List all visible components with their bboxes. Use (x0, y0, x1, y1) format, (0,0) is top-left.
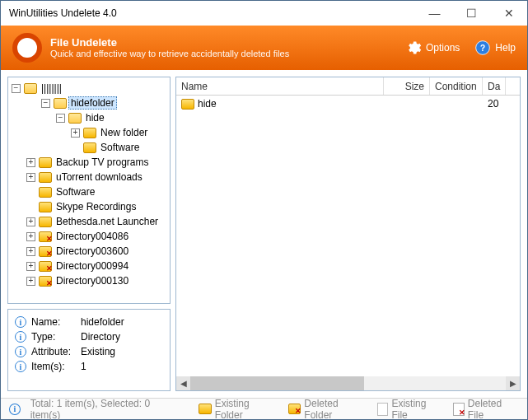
list-cell (430, 102, 483, 105)
deleted-folder-icon (288, 404, 301, 414)
tree-item-label: Directory003600 (54, 245, 131, 257)
folder-icon (39, 217, 52, 227)
expander-spacer (26, 188, 35, 197)
header-subtitle: Quick and effective way to retrieve acci… (50, 49, 390, 59)
list-cell (384, 102, 430, 105)
deleted-folder-icon (39, 246, 52, 257)
tree-item-label: Bethesda.net Launcher (54, 216, 161, 227)
gear-icon (405, 40, 422, 56)
column-header[interactable]: Condition (430, 77, 483, 95)
collapse-icon[interactable]: − (56, 114, 65, 123)
collapse-icon[interactable]: − (41, 99, 50, 108)
expand-icon[interactable]: + (26, 158, 35, 167)
right-column: NameSizeConditionDa hide20 ◀ ▶ (175, 77, 521, 391)
deleted-folder-icon (39, 261, 52, 272)
file-icon (377, 403, 389, 416)
list-row[interactable]: hide20 (176, 96, 520, 112)
scroll-right-arrow-icon[interactable]: ▶ (506, 376, 520, 390)
help-icon: ? (474, 40, 491, 56)
folder-icon (39, 202, 52, 212)
legend-existing-file: Existing File (377, 398, 443, 421)
minimize-button[interactable]: — (416, 1, 453, 26)
expand-icon[interactable]: + (26, 232, 35, 241)
tree-item[interactable]: −|||||||| (8, 81, 170, 96)
info-icon: i (15, 346, 26, 357)
file-list-panel: NameSizeConditionDa hide20 ◀ ▶ (175, 77, 521, 391)
info-value: 1 (81, 361, 86, 372)
folder-icon (199, 404, 212, 414)
info-panel: iName:hidefolderiType:DirectoryiAttribut… (7, 309, 171, 391)
close-button[interactable]: ✕ (490, 1, 527, 26)
window-title: WinUtilities Undelete 4.0 (9, 7, 416, 19)
tree-item[interactable]: Software (8, 184, 170, 199)
expand-icon[interactable]: + (26, 217, 35, 226)
expand-icon[interactable]: + (71, 128, 80, 138)
tree-item[interactable]: −hide (8, 110, 170, 125)
tree-item[interactable]: +New folder (8, 125, 170, 140)
info-icon: i (9, 404, 21, 415)
info-row: iType:Directory (15, 329, 163, 344)
header-text: File Undelete Quick and effective way to… (50, 36, 390, 59)
scroll-left-arrow-icon[interactable]: ◀ (176, 376, 190, 390)
legend-existing-folder: Existing Folder (199, 398, 278, 421)
column-header[interactable]: Size (384, 77, 430, 95)
folder-icon (54, 98, 67, 109)
folder-icon (39, 172, 52, 183)
expand-icon[interactable]: + (26, 262, 35, 271)
folder-icon (83, 142, 96, 153)
folder-icon (181, 99, 194, 110)
tree-item[interactable]: Skype Recordings (8, 199, 170, 214)
collapse-icon[interactable]: − (12, 84, 21, 93)
expand-icon[interactable]: + (26, 277, 35, 286)
list-cell: 20 (483, 96, 506, 111)
tree-item-label: Directory000130 (54, 275, 131, 287)
help-button[interactable]: ? Help (474, 40, 516, 56)
info-row: iAttribute:Existing (15, 344, 163, 359)
svg-text:?: ? (480, 44, 485, 53)
body: −||||||||−hidefolder−hide+New folderSoft… (1, 70, 527, 398)
deleted-folder-icon (39, 231, 52, 242)
tree-item[interactable]: +uTorrent downloads (8, 170, 170, 184)
folder-tree[interactable]: −||||||||−hidefolder−hide+New folderSoft… (7, 77, 171, 304)
info-key: Type: (31, 331, 76, 343)
header-banner: File Undelete Quick and effective way to… (1, 26, 527, 70)
tree-item[interactable]: +Bethesda.net Launcher (8, 214, 170, 229)
tree-item[interactable]: −hidefolder (8, 96, 170, 110)
list-header[interactable]: NameSizeConditionDa (176, 77, 520, 96)
horizontal-scrollbar[interactable]: ◀ ▶ (176, 376, 520, 390)
info-value: Directory (81, 331, 120, 343)
tree-item-label: New folder (98, 127, 150, 138)
tree-item-label: Software (54, 186, 97, 198)
tree-item[interactable]: +Directory000130 (8, 273, 170, 288)
lifebuoy-icon (12, 33, 42, 63)
info-icon: i (15, 316, 26, 328)
tree-item[interactable]: +Directory003600 (8, 244, 170, 259)
tree-item[interactable]: +Directory004086 (8, 229, 170, 244)
column-header[interactable]: Name (176, 77, 384, 95)
info-icon: i (15, 331, 26, 343)
expander-spacer (26, 203, 35, 212)
info-key: Name: (31, 316, 76, 328)
scroll-thumb[interactable] (190, 376, 364, 390)
tree-item-label: uTorrent downloads (54, 171, 145, 183)
tree-item-label: hidefolder (68, 96, 117, 110)
tree-item[interactable]: +Backup TV programs (8, 155, 170, 170)
info-row: iName:hidefolder (15, 315, 163, 329)
info-row: iItem(s):1 (15, 359, 163, 374)
options-button[interactable]: Options (405, 40, 460, 56)
app-window: WinUtilities Undelete 4.0 — ☐ ✕ File Und… (0, 0, 528, 420)
list-body[interactable]: hide20 (176, 96, 520, 376)
maximize-button[interactable]: ☐ (453, 1, 490, 26)
options-label: Options (426, 42, 460, 54)
expand-icon[interactable]: + (26, 173, 35, 182)
tree-item[interactable]: +Directory000994 (8, 259, 170, 273)
folder-icon (24, 83, 37, 94)
titlebar: WinUtilities Undelete 4.0 — ☐ ✕ (1, 1, 527, 26)
info-key: Attribute: (31, 346, 76, 357)
header-title: File Undelete (50, 36, 390, 49)
folder-icon (39, 187, 52, 198)
expand-icon[interactable]: + (26, 247, 35, 256)
column-header[interactable]: Da (483, 77, 506, 95)
tree-item[interactable]: Software (8, 140, 170, 155)
scroll-track[interactable] (190, 376, 506, 390)
